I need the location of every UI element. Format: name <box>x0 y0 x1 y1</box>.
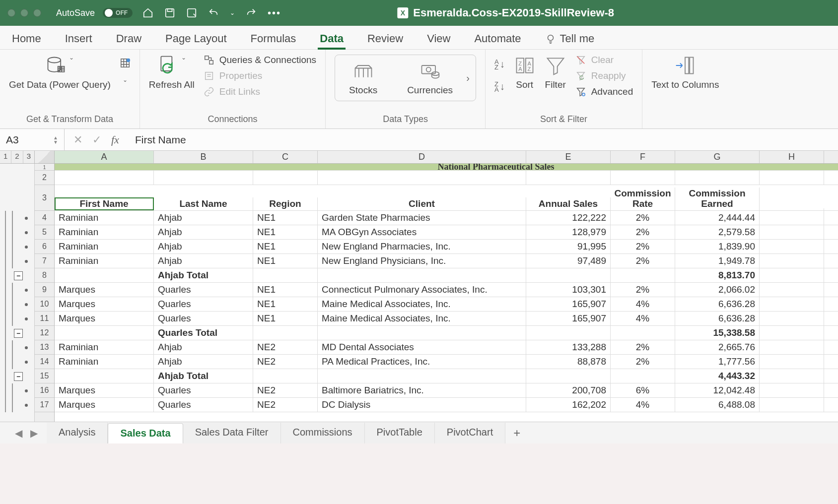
table-row[interactable]: RaminianAhjabNE2MD Dental Associates133,… <box>55 340 838 355</box>
col-a[interactable]: A <box>55 151 154 163</box>
sort-button[interactable]: ZAAZ Sort <box>514 55 536 90</box>
autosave-toggle[interactable]: OFF <box>103 8 133 18</box>
queries-connections-button[interactable]: Queries & Connections <box>204 55 316 65</box>
table-row[interactable]: RaminianAhjabNE1New England Pharmacies, … <box>55 240 838 254</box>
col-b[interactable]: B <box>154 151 253 163</box>
cell-a3[interactable]: First Name <box>55 197 154 210</box>
cancel-formula-icon[interactable]: ✕ <box>73 133 82 146</box>
from-table-icon[interactable] <box>120 58 131 68</box>
row-2-cells[interactable] <box>55 171 838 185</box>
sheet-tab-analysis[interactable]: Analysis <box>47 423 108 443</box>
chevron-down-icon[interactable]: ⌄ <box>123 76 128 83</box>
row-6[interactable]: 6 <box>35 240 54 254</box>
row-11[interactable]: 11 <box>35 312 54 326</box>
clear-button[interactable]: Clear <box>575 55 633 65</box>
row-9[interactable]: 9 <box>35 283 54 297</box>
collapse-icon[interactable]: − <box>14 372 23 381</box>
get-data-button[interactable]: ⌄ Get Data (Power Query) <box>9 55 111 90</box>
tell-me[interactable]: Tell me <box>543 28 597 49</box>
stocks-button[interactable]: Stocks <box>349 60 377 96</box>
col-h[interactable]: H <box>760 151 824 163</box>
outline-column[interactable]: − − − <box>0 164 35 422</box>
namebox-spinner[interactable]: ▲▼ <box>53 135 58 144</box>
tab-formulas[interactable]: Formulas <box>249 28 298 49</box>
filter-button[interactable]: Filter <box>545 55 566 90</box>
col-c[interactable]: C <box>253 151 318 163</box>
chevron-right-icon[interactable]: › <box>466 72 470 83</box>
data-types-gallery[interactable]: Stocks Currencies › <box>335 55 476 101</box>
edit-links-button[interactable]: Edit Links <box>204 86 316 97</box>
sort-za-button[interactable]: ZA↓ <box>494 81 505 92</box>
row-14[interactable]: 14 <box>35 355 54 369</box>
currencies-button[interactable]: Currencies <box>407 60 453 96</box>
collapse-icon[interactable]: − <box>14 329 23 338</box>
header-row-cells[interactable]: First Name Last Name Region Client Annua… <box>55 185 838 211</box>
row-15[interactable]: 15 <box>35 369 54 383</box>
table-row[interactable]: Ahjab Total4,443.32 <box>55 369 838 383</box>
row-8[interactable]: 8 <box>35 268 54 283</box>
undo-dropdown-icon[interactable]: ⌄ <box>230 9 235 16</box>
table-row[interactable]: RaminianAhjabNE1Garden State Pharmacies1… <box>55 211 838 225</box>
tab-insert[interactable]: Insert <box>63 28 94 49</box>
table-row[interactable]: RaminianAhjabNE1MA OBGyn Associates128,9… <box>55 225 838 240</box>
sheet-tab-pivotchart[interactable]: PivotChart <box>435 423 505 443</box>
fx-icon[interactable]: fx <box>111 133 119 146</box>
save-as-icon[interactable] <box>186 7 197 18</box>
table-row[interactable]: MarquesQuarlesNE2DC Dialysis162,2024%6,4… <box>55 398 838 412</box>
outline-levels[interactable]: 1 2 3 <box>0 151 35 163</box>
table-row[interactable]: MarquesQuarlesNE2Baltimore Bariatrics, I… <box>55 383 838 398</box>
save-icon[interactable] <box>164 7 175 18</box>
row-12[interactable]: 12 <box>35 326 54 340</box>
enter-formula-icon[interactable]: ✓ <box>92 133 101 146</box>
sheet-tab-pivottable[interactable]: PivotTable <box>365 423 435 443</box>
undo-icon[interactable] <box>208 7 219 18</box>
row-10[interactable]: 10 <box>35 297 54 312</box>
sheet-prev-icon[interactable]: ◀ <box>15 427 22 439</box>
home-icon[interactable] <box>142 7 153 18</box>
tab-home[interactable]: Home <box>10 28 43 49</box>
sheet-tab-sales-data[interactable]: Sales Data <box>108 423 183 444</box>
table-row[interactable]: Quarles Total15,338.58 <box>55 326 838 340</box>
formula-input[interactable]: First Name <box>128 134 838 146</box>
row-5[interactable]: 5 <box>35 225 54 240</box>
col-f[interactable]: F <box>611 151 675 163</box>
text-to-columns-button[interactable]: Text to Columns <box>651 55 719 90</box>
tab-data[interactable]: Data <box>318 28 346 49</box>
table-row[interactable]: MarquesQuarlesNE1Maine Medical Associate… <box>55 312 838 326</box>
row-16[interactable]: 16 <box>35 383 54 398</box>
tab-page-layout[interactable]: Page Layout <box>163 28 229 49</box>
zoom-icon[interactable] <box>33 9 41 17</box>
row-2[interactable]: 2 <box>35 171 54 185</box>
sheet-tab-sales-data-filter[interactable]: Sales Data Filter <box>183 423 281 443</box>
close-icon[interactable] <box>7 9 15 17</box>
properties-button[interactable]: Properties <box>204 70 316 81</box>
col-d[interactable]: D <box>318 151 526 163</box>
tab-draw[interactable]: Draw <box>114 28 143 49</box>
tab-view[interactable]: View <box>425 28 452 49</box>
row-1[interactable]: 1 <box>35 164 54 171</box>
name-box[interactable]: A3 ▲▼ <box>0 129 65 150</box>
row-3[interactable]: 3 <box>35 185 54 211</box>
advanced-button[interactable]: Advanced <box>575 86 633 97</box>
table-row[interactable]: MarquesQuarlesNE1Maine Medical Associate… <box>55 297 838 312</box>
more-icon[interactable]: ••• <box>268 7 281 19</box>
col-g[interactable]: G <box>675 151 760 163</box>
collapse-icon[interactable]: − <box>14 271 23 280</box>
row-7[interactable]: 7 <box>35 254 54 268</box>
table-row[interactable]: RaminianAhjabNE1New England Physicians, … <box>55 254 838 268</box>
sheet-next-icon[interactable]: ▶ <box>30 427 38 439</box>
table-row[interactable]: MarquesQuarlesNE1Connecticut Pulmonary A… <box>55 283 838 297</box>
table-row[interactable]: RaminianAhjabNE2PA Medical Practices, In… <box>55 355 838 369</box>
add-sheet-button[interactable]: + <box>505 422 528 444</box>
refresh-all-button[interactable]: ⌄ Refresh All <box>149 55 195 90</box>
sheet-tab-commissions[interactable]: Commissions <box>281 423 365 443</box>
col-e[interactable]: E <box>526 151 611 163</box>
select-all-corner[interactable] <box>35 151 55 163</box>
minimize-icon[interactable] <box>20 9 28 17</box>
redo-icon[interactable] <box>246 7 257 18</box>
tab-review[interactable]: Review <box>365 28 405 49</box>
tab-automate[interactable]: Automate <box>472 28 523 49</box>
cells[interactable]: National Pharmaceutical Sales First Name… <box>55 164 838 422</box>
row-4[interactable]: 4 <box>35 211 54 225</box>
row-13[interactable]: 13 <box>35 340 54 355</box>
